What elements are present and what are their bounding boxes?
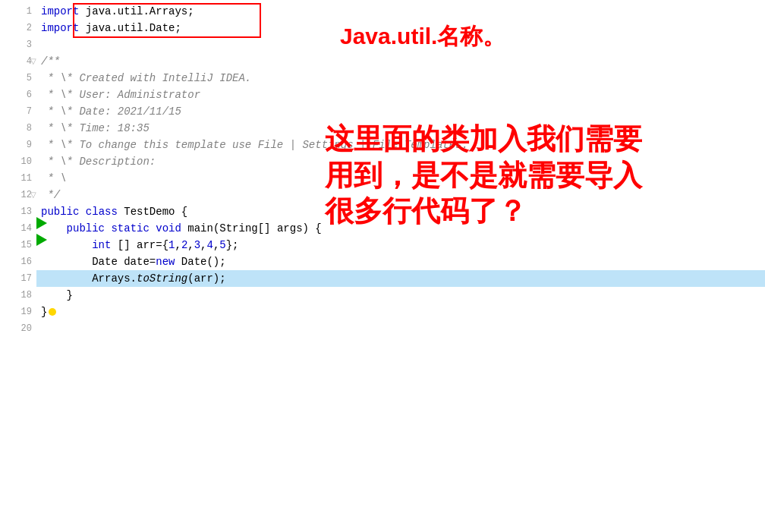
- line-number: 15: [21, 237, 32, 253]
- fold-icon[interactable]: ▽: [30, 187, 36, 203]
- line-number: 19: [21, 304, 32, 320]
- line-number: 1: [27, 3, 32, 20]
- code-area[interactable]: import java.util.Arrays;import java.util…: [36, 0, 765, 532]
- run-arrow-1: [36, 217, 47, 229]
- code-lines: import java.util.Arrays;import java.util…: [36, 0, 765, 337]
- line-gutter: 1234▽56789101112▽1314151617181920: [0, 0, 36, 532]
- code-line: * \* Date: 2021/11/15: [36, 103, 765, 120]
- line-number: 11: [21, 170, 32, 187]
- code-line: import java.util.Date;: [36, 20, 765, 36]
- line-number: 9: [27, 137, 32, 153]
- code-line: import java.util.Arrays;: [36, 3, 765, 20]
- code-line: [36, 320, 765, 337]
- code-line: public class TestDemo {: [36, 203, 765, 220]
- code-line: }: [36, 287, 765, 304]
- code-line: int [] arr={1,2,3,4,5};: [36, 237, 765, 253]
- line-number: 7: [27, 103, 32, 120]
- line-number: 20: [21, 320, 32, 337]
- line-number: 3: [27, 36, 32, 53]
- code-line: Arrays.toString(arr);: [36, 270, 765, 287]
- code-line: * \* To change this template use File | …: [36, 137, 765, 153]
- line-number: 14: [21, 220, 32, 237]
- line-number: 13: [21, 203, 32, 220]
- line-number: 16: [21, 253, 32, 270]
- code-line: public static void main(String[] args) {: [36, 220, 765, 237]
- code-line: * \* Description:: [36, 153, 765, 170]
- code-line: /**: [36, 53, 765, 70]
- line-number: 8: [27, 120, 32, 137]
- code-line: * \: [36, 170, 765, 187]
- run-arrow-2: [36, 234, 47, 246]
- code-line: * \* User: Administrator: [36, 87, 765, 103]
- code-line: }: [36, 304, 765, 320]
- code-line: [36, 36, 765, 53]
- warning-dot: [49, 308, 56, 316]
- editor-container: 1234▽56789101112▽1314151617181920 import…: [0, 0, 765, 532]
- line-number: 5: [27, 70, 32, 87]
- code-line: * \* Time: 18:35: [36, 120, 765, 137]
- code-line: */: [36, 187, 765, 203]
- code-line: * \* Created with IntelliJ IDEA.: [36, 70, 765, 87]
- code-line: Date date=new Date();: [36, 253, 765, 270]
- line-number: 10: [21, 153, 32, 170]
- line-number: 2: [27, 20, 32, 36]
- line-number: 18: [21, 287, 32, 304]
- fold-icon[interactable]: ▽: [30, 53, 36, 70]
- line-number: 17: [21, 270, 32, 287]
- line-number: 6: [27, 87, 32, 103]
